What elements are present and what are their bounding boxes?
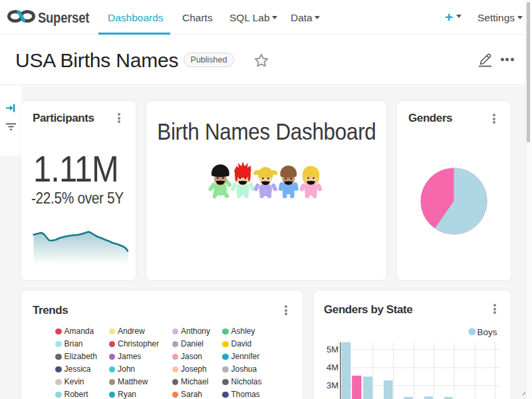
svg-text:Boys: Boys: [477, 327, 497, 337]
svg-text:3M: 3M: [327, 380, 338, 390]
svg-text:5M: 5M: [327, 344, 338, 354]
svg-text:4M: 4M: [327, 362, 338, 372]
